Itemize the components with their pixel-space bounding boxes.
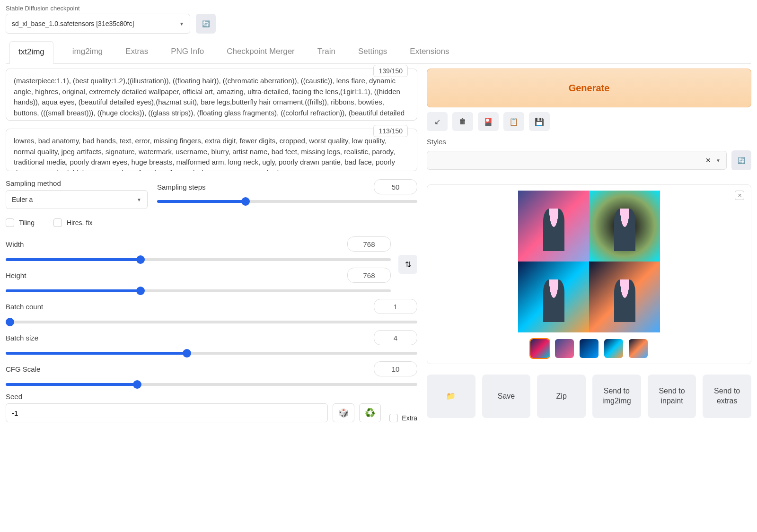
seed-row: 🎲 ♻️ Extra	[6, 403, 417, 422]
refresh-icon: 🔄	[738, 157, 746, 164]
tab-img2img[interactable]: img2img	[69, 41, 106, 64]
cfg-input[interactable]	[374, 361, 417, 376]
sampling-steps-label: Sampling steps	[157, 183, 206, 191]
swap-icon: ⇅	[405, 261, 411, 269]
thumbnail-2[interactable]	[580, 339, 599, 358]
height-slider[interactable]	[6, 289, 391, 292]
tab-extras[interactable]: Extras	[122, 41, 152, 64]
close-icon: ✕	[738, 192, 742, 199]
tab-train[interactable]: Train	[314, 41, 339, 64]
output-grid-image[interactable]	[518, 191, 660, 332]
seed-input[interactable]	[6, 403, 328, 422]
checkbox-icon	[6, 218, 14, 227]
width-slider[interactable]	[6, 258, 391, 261]
generate-button[interactable]: Generate	[427, 69, 751, 107]
tiling-checkbox[interactable]: Tiling	[6, 218, 35, 227]
tab-merger[interactable]: Checkpoint Merger	[223, 41, 299, 64]
clipboard-button[interactable]: 📋	[503, 112, 524, 131]
refresh-styles-button[interactable]: 🔄	[731, 150, 751, 170]
batch-size-label: Batch size	[6, 334, 38, 342]
tab-settings[interactable]: Settings	[354, 41, 391, 64]
dice-icon: 🎲	[338, 408, 349, 418]
neg-prompt-wrap: 113/150	[6, 129, 417, 173]
sampling-steps-slider[interactable]	[157, 200, 417, 203]
sampling-method-select[interactable]: Euler a ▼	[6, 190, 148, 209]
negative-prompt-input[interactable]	[6, 129, 417, 171]
main-tabs: txt2img img2img Extras PNG Info Checkpoi…	[6, 41, 751, 64]
arrow-icon: ↙	[434, 117, 440, 126]
sampling-method-value: Euler a	[12, 196, 33, 203]
send-img2img-button[interactable]: Send to img2img	[592, 375, 641, 418]
cfg-slider[interactable]	[6, 383, 417, 386]
batch-size-slider[interactable]	[6, 352, 417, 355]
prompt-input[interactable]	[6, 69, 417, 121]
cfg-label: CFG Scale	[6, 365, 40, 373]
checkpoint-value: sd_xl_base_1.0.safetensors [31e35c80fc]	[12, 20, 134, 27]
reuse-seed-button[interactable]: ♻️	[359, 403, 381, 422]
height-label: Height	[6, 271, 26, 279]
close-output-button[interactable]: ✕	[735, 191, 744, 200]
styles-select[interactable]: ✕ ▼	[427, 151, 727, 170]
thumbnail-4[interactable]	[629, 339, 648, 358]
dim-col: Width Height	[6, 236, 391, 292]
neg-token-counter: 113/150	[373, 125, 408, 137]
checkpoint-select[interactable]: sd_xl_base_1.0.safetensors [31e35c80fc] …	[6, 14, 190, 34]
prompt-token-counter: 139/150	[373, 65, 408, 77]
checkpoint-group: Stable Diffusion checkpoint sd_xl_base_1…	[6, 5, 190, 34]
send-extras-button[interactable]: Send to extras	[703, 375, 751, 418]
swap-dimensions-button[interactable]: ⇅	[398, 255, 417, 274]
zip-button[interactable]: Zip	[537, 375, 586, 418]
refresh-icon: 🔄	[202, 20, 210, 27]
chevron-down-icon: ▼	[179, 21, 184, 26]
batch-size-input[interactable]	[374, 330, 417, 345]
height-input[interactable]	[347, 268, 391, 283]
card-icon: 🎴	[484, 117, 493, 126]
open-folder-button[interactable]: 📁	[427, 375, 475, 418]
folder-icon: 📁	[446, 392, 456, 401]
randomize-seed-button[interactable]: 🎲	[333, 403, 354, 422]
prompt-wrap: 139/150	[6, 69, 417, 122]
tab-pnginfo[interactable]: PNG Info	[167, 41, 208, 64]
width-input[interactable]	[347, 236, 391, 252]
refresh-checkpoint-button[interactable]: 🔄	[196, 14, 216, 34]
chevron-down-icon: ▼	[716, 158, 721, 163]
width-block: Width	[6, 236, 391, 261]
save-button[interactable]: Save	[482, 375, 531, 418]
batch-count-slider[interactable]	[6, 321, 417, 323]
tab-extensions[interactable]: Extensions	[406, 41, 453, 64]
extra-seed-checkbox[interactable]: Extra	[389, 414, 417, 422]
tab-txt2img[interactable]: txt2img	[9, 41, 53, 64]
main-content: 139/150 113/150 Sampling method Euler a …	[6, 69, 751, 422]
clear-icon[interactable]: ✕	[705, 157, 711, 164]
arrow-down-left-button[interactable]: ↙	[427, 112, 448, 131]
save-icon-button[interactable]: 💾	[529, 112, 550, 131]
sampling-method-label: Sampling method	[6, 179, 148, 187]
sampling-method-group: Sampling method Euler a ▼	[6, 179, 148, 209]
quick-icons-row: ↙ 🗑 🎴 📋 💾	[427, 112, 751, 131]
tiling-label: Tiling	[19, 219, 35, 227]
height-block: Height	[6, 268, 391, 292]
clipboard-icon: 📋	[509, 117, 519, 126]
hires-fix-checkbox[interactable]: Hires. fix	[53, 218, 92, 227]
send-inpaint-button[interactable]: Send to inpaint	[648, 375, 696, 418]
thumbnail-1[interactable]	[555, 339, 574, 358]
trash-icon: 🗑	[459, 117, 467, 126]
hires-label: Hires. fix	[67, 219, 92, 227]
batch-size-block: Batch size	[6, 330, 417, 355]
checkbox-row: Tiling Hires. fix	[6, 218, 417, 227]
dimensions-row: Width Height	[6, 236, 417, 292]
checkbox-icon	[53, 218, 62, 227]
sampling-steps-group: Sampling steps	[157, 179, 417, 209]
thumbnail-3[interactable]	[604, 339, 623, 358]
seed-label: Seed	[6, 392, 417, 401]
output-panel: ✕	[427, 184, 751, 364]
styles-label: Styles	[427, 138, 751, 146]
batch-count-input[interactable]	[374, 299, 417, 314]
sampling-steps-input[interactable]	[374, 179, 417, 194]
thumbnail-grid[interactable]	[530, 339, 549, 358]
left-column: 139/150 113/150 Sampling method Euler a …	[6, 69, 417, 422]
card-button[interactable]: 🎴	[478, 112, 499, 131]
output-actions-row: 📁 Save Zip Send to img2img Send to inpai…	[427, 375, 751, 418]
trash-button[interactable]: 🗑	[452, 112, 473, 131]
cfg-block: CFG Scale	[6, 361, 417, 386]
